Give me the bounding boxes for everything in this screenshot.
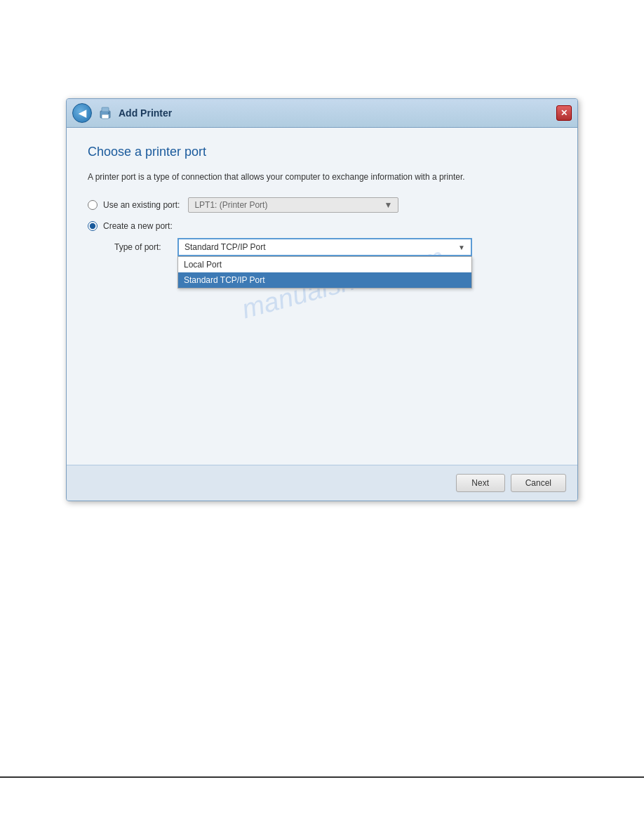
existing-port-arrow: ▼ <box>384 200 393 210</box>
svg-rect-2 <box>102 114 109 119</box>
port-type-selected-value: Standard TCP/IP Port <box>185 242 266 252</box>
create-new-port-label: Create a new port: <box>103 221 173 231</box>
window-title: Add Printer <box>119 107 172 119</box>
back-arrow-icon: ◀ <box>79 108 86 118</box>
type-of-port-row: Type of port: Standard TCP/IP Port ▼ Loc… <box>114 238 556 256</box>
bottom-separator <box>0 776 644 778</box>
description-text: A printer port is a type of connection t… <box>88 171 509 183</box>
back-button[interactable]: ◀ <box>72 103 92 123</box>
next-button[interactable]: Next <box>456 474 505 492</box>
add-printer-dialog: ◀ Add Printer ✕ Choose a printer port A … <box>66 98 578 501</box>
port-type-dropdown-container: Standard TCP/IP Port ▼ Local Port Standa… <box>177 238 472 256</box>
use-existing-port-radio[interactable] <box>88 200 98 210</box>
existing-port-dropdown: LPT1: (Printer Port) ▼ <box>188 197 398 213</box>
dropdown-item-standard-tcp[interactable]: Standard TCP/IP Port <box>178 272 471 288</box>
svg-point-3 <box>108 112 109 114</box>
svg-rect-1 <box>102 107 109 112</box>
title-bar: ◀ Add Printer ✕ <box>67 99 577 128</box>
section-title: Choose a printer port <box>88 145 556 159</box>
printer-icon <box>98 105 113 121</box>
create-new-port-row: Create a new port: <box>88 221 556 231</box>
create-new-port-radio[interactable] <box>88 221 98 231</box>
dialog-content: Choose a printer port A printer port is … <box>67 128 577 465</box>
port-type-dropdown-list: Local Port Standard TCP/IP Port <box>177 256 472 289</box>
port-type-dropdown[interactable]: Standard TCP/IP Port ▼ <box>177 238 472 256</box>
use-existing-port-row: Use an existing port: LPT1: (Printer Por… <box>88 197 556 213</box>
use-existing-port-label: Use an existing port: <box>103 200 180 210</box>
type-of-port-label: Type of port: <box>114 242 170 252</box>
existing-port-value: LPT1: (Printer Port) <box>194 200 267 210</box>
close-button[interactable]: ✕ <box>556 105 572 121</box>
title-bar-left: ◀ Add Printer <box>72 103 172 123</box>
dialog-footer: Next Cancel <box>67 465 577 501</box>
dropdown-arrow-icon: ▼ <box>458 244 465 251</box>
dropdown-item-local-port[interactable]: Local Port <box>178 257 471 272</box>
cancel-button[interactable]: Cancel <box>511 474 566 492</box>
